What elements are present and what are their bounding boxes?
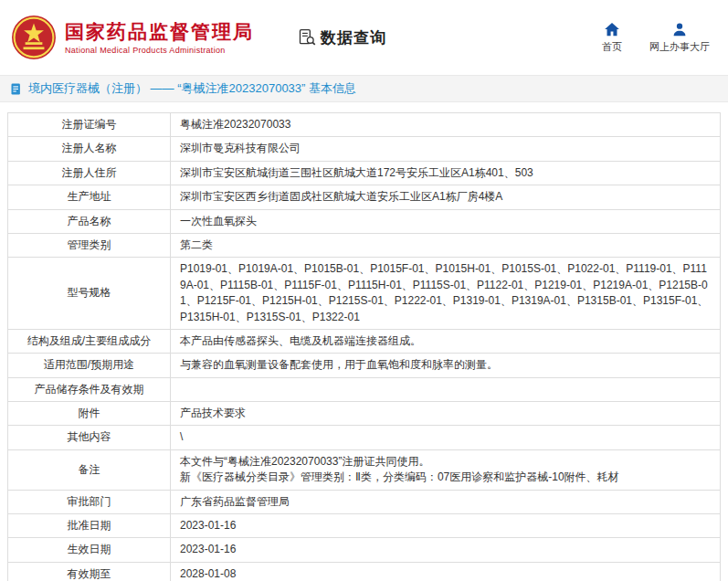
page-title: 境内医疗器械（注册） —— “粤械注准20232070033” 基本信息 xyxy=(28,80,356,97)
nav-hall-label: 网上办事大厅 xyxy=(649,40,710,54)
site-header: 国家药品监督管理局 National Medical Products Admi… xyxy=(0,0,728,75)
field-label: 结构及组成/主要组成成分 xyxy=(8,329,171,353)
field-label: 生产地址 xyxy=(8,185,171,209)
field-value: 2023-01-16 xyxy=(171,514,721,538)
field-label: 备注 xyxy=(8,449,171,490)
table-row: 生产地址 深圳市宝安区西乡街道固戍社区航城大道安乐工业区A1栋厂房4楼A xyxy=(8,185,721,209)
table-row: 生效日期 2023-01-16 xyxy=(8,538,721,562)
registration-info: 注册证编号 粤械注准20232070033 注册人名称 深圳市曼克科技有限公司 … xyxy=(0,102,728,581)
field-label: 型号规格 xyxy=(8,258,171,330)
field-value: 广东省药品监督管理局 xyxy=(171,490,721,513)
field-label: 生效日期 xyxy=(8,538,171,562)
field-value: 深圳市宝安区西乡街道固戍社区航城大道安乐工业区A1栋厂房4楼A xyxy=(171,185,721,209)
field-value: 本产品由传感器探头、电缆及机器端连接器组成。 xyxy=(171,329,721,353)
table-row: 结构及组成/主要组成成分 本产品由传感器探头、电缆及机器端连接器组成。 xyxy=(8,329,721,353)
field-label: 有效期至 xyxy=(8,562,171,581)
field-value: P1019-01、P1019A-01、P1015B-01、P1015F-01、P… xyxy=(171,258,721,330)
field-value xyxy=(171,377,721,401)
field-value: 深圳市曼克科技有限公司 xyxy=(171,137,721,161)
table-row: 备注 本文件与“粤械注准20232070033”注册证共同使用。 新《医疗器械分… xyxy=(8,449,721,490)
breadcrumb-bar: 境内医疗器械（注册） —— “粤械注准20232070033” 基本信息 xyxy=(0,75,728,102)
site-subtitle: National Medical Products Administration xyxy=(65,46,254,55)
field-label: 附件 xyxy=(8,402,171,426)
registration-info-table: 注册证编号 粤械注准20232070033 注册人名称 深圳市曼克科技有限公司 … xyxy=(7,112,721,581)
table-row: 批准日期 2023-01-16 xyxy=(8,514,721,538)
document-icon xyxy=(9,82,23,96)
nav-item-service-hall[interactable]: 网上办事大厅 xyxy=(649,21,710,54)
field-label: 适用范围/预期用途 xyxy=(8,354,171,377)
field-value: \ xyxy=(171,426,721,449)
user-icon xyxy=(671,21,688,37)
field-value: 2028-01-08 xyxy=(171,562,721,581)
field-value: 深圳市宝安区航城街道三围社区航城大道172号安乐工业区A1栋401、503 xyxy=(171,161,721,185)
field-label: 注册人住所 xyxy=(8,161,171,185)
field-label: 注册人名称 xyxy=(8,137,171,161)
data-query-header: 数据查询 xyxy=(298,27,386,48)
table-row: 产品储存条件及有效期 xyxy=(8,377,721,401)
national-emblem-icon xyxy=(11,15,57,60)
table-row: 产品名称 一次性血氧探头 xyxy=(8,209,721,233)
field-value: 一次性血氧探头 xyxy=(171,209,721,233)
field-label: 产品名称 xyxy=(8,209,171,233)
field-label: 管理类别 xyxy=(8,233,171,257)
field-label: 注册证编号 xyxy=(8,113,171,137)
table-row: 审批部门 广东省药品监督管理局 xyxy=(8,490,721,513)
field-label: 批准日期 xyxy=(8,514,171,538)
field-value: 2023-01-16 xyxy=(171,538,721,562)
table-row: 注册人名称 深圳市曼克科技有限公司 xyxy=(8,137,721,161)
field-label: 产品储存条件及有效期 xyxy=(8,377,171,401)
field-label: 其他内容 xyxy=(8,426,171,449)
field-value: 与兼容的血氧测量设备配套使用，用于血氧饱和度和脉率的测量。 xyxy=(171,354,721,377)
table-row: 其他内容 \ xyxy=(8,426,721,449)
nav-home-label: 首页 xyxy=(602,40,622,54)
table-row: 注册证编号 粤械注准20232070033 xyxy=(8,113,721,137)
table-row: 管理类别 第二类 xyxy=(8,233,721,257)
site-name: 国家药品监督管理局 National Medical Products Admi… xyxy=(65,20,254,55)
data-query-title: 数据查询 xyxy=(321,27,386,48)
home-icon xyxy=(604,21,620,37)
table-row: 型号规格 P1019-01、P1019A-01、P1015B-01、P1015F… xyxy=(8,258,721,330)
header-nav: 首页 网上办事大厅 xyxy=(602,21,715,54)
table-row: 附件 产品技术要求 xyxy=(8,402,721,426)
table-row: 有效期至 2028-01-08 xyxy=(8,562,721,581)
table-row: 注册人住所 深圳市宝安区航城街道三围社区航城大道172号安乐工业区A1栋401、… xyxy=(8,161,721,185)
field-value: 产品技术要求 xyxy=(171,402,721,426)
site-logo: 国家药品监督管理局 National Medical Products Admi… xyxy=(11,15,254,60)
site-title: 国家药品监督管理局 xyxy=(65,20,254,43)
data-query-icon xyxy=(298,28,316,47)
field-value: 本文件与“粤械注准20232070033”注册证共同使用。 新《医疗器械分类目录… xyxy=(171,449,721,490)
table-row: 适用范围/预期用途 与兼容的血氧测量设备配套使用，用于血氧饱和度和脉率的测量。 xyxy=(8,354,721,377)
field-value: 粤械注准20232070033 xyxy=(171,113,721,137)
field-label: 审批部门 xyxy=(8,490,171,513)
field-value: 第二类 xyxy=(171,233,721,257)
nav-item-home[interactable]: 首页 xyxy=(602,21,622,54)
